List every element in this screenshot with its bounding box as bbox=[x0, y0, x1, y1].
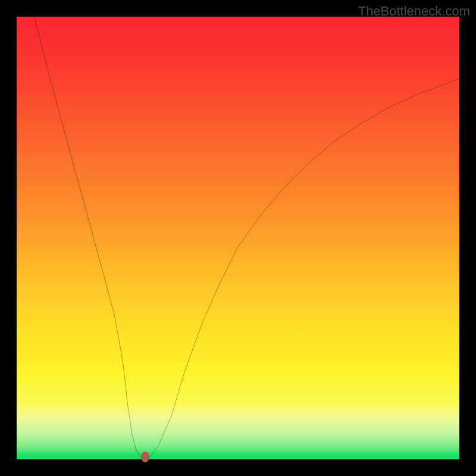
bottleneck-curve bbox=[17, 17, 459, 459]
watermark-text: TheBottleneck.com bbox=[358, 4, 470, 19]
plot-area bbox=[17, 17, 459, 459]
optimal-point-marker bbox=[141, 452, 149, 462]
chart-frame: TheBottleneck.com bbox=[0, 0, 476, 476]
